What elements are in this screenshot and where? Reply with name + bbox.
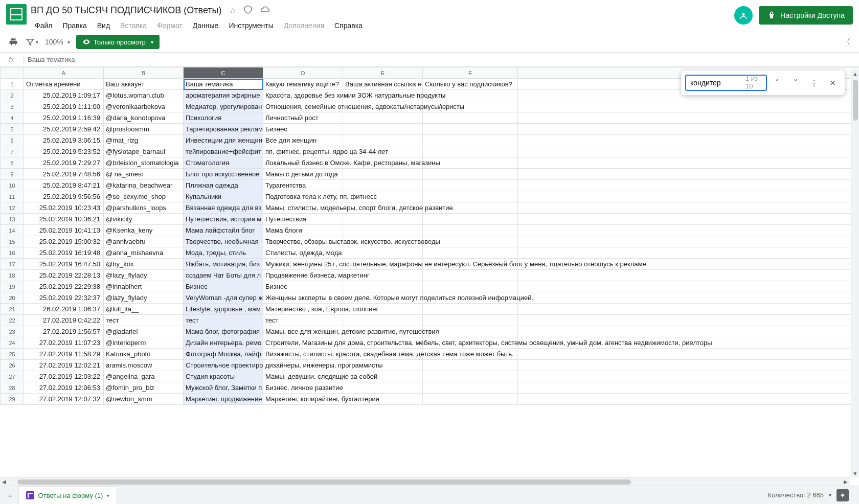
cell[interactable]: @lazy_flylady <box>104 270 184 281</box>
cell[interactable]: @lotus.woman.club <box>104 90 184 101</box>
cell[interactable] <box>343 169 423 180</box>
cell[interactable]: Все для женщин <box>263 135 343 146</box>
cell[interactable]: Мужской блог, Заметки п <box>184 382 263 394</box>
vertical-scrollbar[interactable]: ▲ ▼ <box>851 70 859 477</box>
cell[interactable] <box>518 371 860 382</box>
share-button[interactable]: Настройки Доступа <box>759 6 853 25</box>
cell[interactable] <box>423 124 518 135</box>
cell[interactable]: VeryWoman -для супер ж <box>184 292 263 304</box>
cell[interactable]: 25.02.2019 7:29:27 <box>24 157 104 169</box>
cell[interactable] <box>518 292 860 304</box>
cloud-status-icon[interactable] <box>260 4 270 16</box>
move-icon[interactable] <box>243 5 253 16</box>
cell[interactable]: 25.02.2019 15:00:32 <box>24 236 104 247</box>
cell[interactable]: Мамы с детьми до года <box>263 169 343 180</box>
cell[interactable]: Бизнес <box>184 281 263 292</box>
scroll-thumb[interactable] <box>853 80 858 121</box>
cell[interactable]: 25.02.2019 10:41:13 <box>24 225 104 236</box>
cell[interactable] <box>343 124 423 135</box>
menu-данные[interactable]: Данные <box>189 19 223 32</box>
cell[interactable]: Студия красоты <box>184 371 263 382</box>
cell[interactable] <box>518 349 860 360</box>
row-header[interactable]: 8 <box>1 157 24 169</box>
column-header-A[interactable]: A <box>24 67 104 79</box>
menu-вставка[interactable]: Вставка <box>116 19 151 32</box>
cell[interactable] <box>423 112 518 124</box>
cell[interactable]: @parshutkins_loops <box>104 202 184 214</box>
cell[interactable] <box>423 382 518 394</box>
explore-button[interactable]: ✦ <box>837 489 849 501</box>
cell[interactable]: Katrinka_photo <box>104 349 184 360</box>
cell[interactable] <box>518 270 860 281</box>
cell[interactable]: 25.02.2019 2:59:42 <box>24 124 104 135</box>
cell[interactable] <box>518 236 860 247</box>
cell[interactable] <box>423 304 518 315</box>
cell[interactable]: aramis.moscow <box>104 360 184 371</box>
cell[interactable] <box>343 281 423 292</box>
cell[interactable]: @vikicity <box>104 214 184 225</box>
cell[interactable]: @newton_smm <box>104 394 184 405</box>
find-prev-button[interactable]: ˄ <box>769 75 785 91</box>
row-header[interactable]: 6 <box>1 135 24 146</box>
cell[interactable] <box>518 394 860 405</box>
row-header[interactable]: 9 <box>1 169 24 180</box>
cell[interactable] <box>423 169 518 180</box>
header-cell[interactable]: Ваш аккаунт <box>104 79 184 90</box>
cell[interactable]: тест <box>263 315 343 326</box>
cell[interactable]: 25.02.2019 16:19:48 <box>24 247 104 259</box>
cell[interactable]: 25.02.2019 22:28:13 <box>24 270 104 281</box>
row-header[interactable]: 2 <box>1 90 24 101</box>
cell[interactable]: Стоматология <box>184 157 263 169</box>
scroll-left-icon[interactable]: ◀ <box>0 478 8 486</box>
row-header[interactable]: 14 <box>1 225 24 236</box>
row-header[interactable]: 16 <box>1 247 24 259</box>
cell[interactable]: Путешествия, история м <box>184 214 263 225</box>
cell[interactable]: Таргетированная реклам <box>184 124 263 135</box>
row-header[interactable]: 26 <box>1 360 24 371</box>
cell[interactable] <box>518 247 860 259</box>
cell[interactable]: Мамы, девушки, следящие за собой <box>263 371 343 382</box>
cell[interactable]: Стилисты, одежда, мода <box>263 247 343 259</box>
menu-формат[interactable]: Формат <box>153 19 187 32</box>
cell[interactable] <box>518 157 860 169</box>
zoom-level[interactable]: 100% ▾ <box>43 38 72 46</box>
select-all-corner[interactable] <box>1 67 24 79</box>
header-cell[interactable]: Ваша активная ссылка н <box>343 79 423 90</box>
cell[interactable]: 27.02.2019 11:07:23 <box>24 337 104 349</box>
row-header[interactable]: 3 <box>1 101 24 112</box>
cell[interactable]: тест <box>184 315 263 326</box>
cell[interactable]: 25.02.2019 10:23:43 <box>24 202 104 214</box>
cell[interactable] <box>518 360 860 371</box>
cell[interactable]: Мужики, женщины 25+, состоятельные, мара… <box>263 259 343 270</box>
column-header-B[interactable]: B <box>104 67 184 79</box>
cell[interactable]: Lifestyle, здоровье , мам <box>184 304 263 315</box>
cell[interactable]: @interioperm <box>104 337 184 349</box>
row-header[interactable]: 12 <box>1 202 24 214</box>
spreadsheet-grid[interactable]: ABCDEFG 1Отметка времениВаш аккаунтВаша … <box>0 67 859 405</box>
cell[interactable]: 27.02.2019 12:07:32 <box>24 394 104 405</box>
cell[interactable]: 25.02.2019 5:23:52 <box>24 146 104 157</box>
cell[interactable]: @angelina_gara_ <box>104 371 184 382</box>
cell[interactable]: @so_sexy.me_shop <box>104 191 184 202</box>
cell[interactable]: @loll_ita__ <box>104 304 184 315</box>
cell[interactable]: @katarina_beachwear <box>104 180 184 191</box>
cell[interactable] <box>423 360 518 371</box>
cell[interactable]: Дизайн интерьера, ремо <box>184 337 263 349</box>
cell[interactable]: Путешествия <box>263 214 343 225</box>
cell[interactable]: Женщины эксперты в своем деле. Которые м… <box>263 292 343 304</box>
cell[interactable] <box>423 281 518 292</box>
cell[interactable]: дизайнеры, инженеры, программисты <box>263 360 343 371</box>
cell[interactable] <box>423 371 518 382</box>
cell[interactable]: Мамы, все для женщин, детские развитие, … <box>263 326 343 337</box>
scroll-thumb[interactable] <box>17 479 631 485</box>
row-header[interactable]: 17 <box>1 259 24 270</box>
cell[interactable]: Бизнес <box>263 281 343 292</box>
cell[interactable]: Купальники <box>184 191 263 202</box>
cell[interactable]: Мама лайфстайл блог <box>184 225 263 236</box>
cell[interactable]: Творчество, необычная <box>184 236 263 247</box>
cell[interactable] <box>518 304 860 315</box>
row-header[interactable]: 19 <box>1 281 24 292</box>
header-cell[interactable]: Сколько у вас подписчиков? <box>423 79 518 90</box>
sheet-tab[interactable]: Ответы на форму (1) ▾ <box>18 486 118 505</box>
star-icon[interactable]: ☆ <box>229 6 236 15</box>
